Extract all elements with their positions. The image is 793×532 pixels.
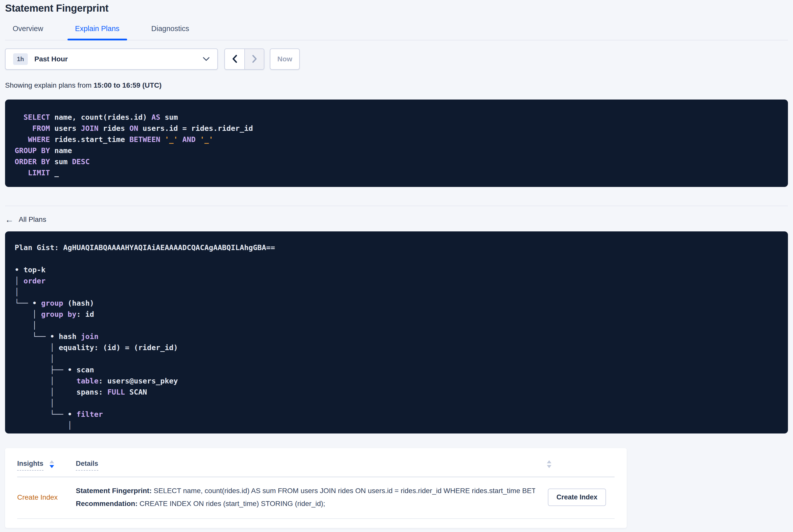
code-line: │ [15,420,778,431]
insight-details-cell: Statement Fingerprint: SELECT name, coun… [76,486,548,508]
section-divider [5,206,788,206]
create-index-button[interactable]: Create Index [548,489,606,506]
sql-statement-code: SELECT name, count(rides.id) AS sum FROM… [15,112,778,178]
showing-explain-plans-text: Showing explain plans from 15:00 to 16:5… [5,81,788,90]
time-range-label: Past Hour [34,55,68,63]
code-line: ├── • scan [15,364,778,375]
all-plans-label: All Plans [19,215,46,224]
code-line: WHERE rides.start_time BETWEEN '_' AND '… [15,134,778,145]
time-interval-select[interactable]: 1h Past Hour [5,49,218,70]
sort-desc-icon [547,465,551,468]
code-line: │ order [15,276,778,286]
insight-action-cell: Create Index [548,489,606,506]
sort-arrows-icon[interactable] [50,460,54,468]
plan-gist-panel: Plan Gist: AgHUAQIABQAAAAHYAQIAiAEAAAADC… [5,231,788,434]
plan-tree: • top-k│ order│└── • group (hash) │ grou… [15,264,778,431]
tab-overview[interactable]: Overview [5,24,51,40]
chevron-down-icon [203,57,210,61]
tab-diagnostics[interactable]: Diagnostics [144,24,197,40]
next-interval-button[interactable] [244,49,264,69]
chevron-left-icon [232,55,238,64]
previous-interval-button[interactable] [225,49,244,69]
time-range-badge: 1h [13,53,28,65]
recommendation-text: CREATE INDEX ON rides (start_time) STORI… [139,500,325,508]
column-header-insights[interactable]: Insights [17,460,76,471]
insights-table-card: Insights Details Create Index Statement … [5,448,627,528]
time-picker-row: 1h Past Hour Now [5,49,788,70]
code-line: └── • filter [15,409,778,420]
statement-fingerprint-line: Statement Fingerprint: SELECT name, coun… [76,486,535,495]
page-title: Statement Fingerprint [5,2,788,14]
tab-explain-plans[interactable]: Explain Plans [68,24,127,40]
insights-table-header: Insights Details [17,448,615,477]
code-line: • top-k [15,264,778,276]
blank-line [15,253,778,264]
code-line: │ [15,320,778,331]
fingerprint-text: SELECT name, count(rides.id) AS sum FROM… [154,487,535,495]
sort-arrows-icon[interactable] [547,460,551,468]
chevron-right-icon [252,55,257,64]
code-line: SELECT name, count(rides.id) AS sum [15,112,778,123]
code-line: │ [15,353,778,364]
recommendation-label: Recommendation: [76,500,139,508]
insight-type-link[interactable]: Create Index [17,493,76,501]
insights-header-label: Insights [17,460,43,471]
code-line: │ [15,398,778,409]
code-line: FROM users JOIN rides ON users.id = ride… [15,123,778,134]
sql-statement-panel: SELECT name, count(rides.id) AS sum FROM… [5,99,788,187]
showing-prefix: Showing explain plans from [5,81,94,89]
all-plans-link[interactable]: ← All Plans [5,215,46,224]
details-header-label: Details [76,460,98,471]
code-line: │ [15,286,778,298]
tab-bar: Overview Explain Plans Diagnostics [5,24,788,40]
arrow-left-icon: ← [5,215,14,224]
plan-gist-line: Plan Gist: AgHUAQIABQAAAAHYAQIAiAEAAAADC… [15,242,778,253]
statement-fingerprint-page: Statement Fingerprint Overview Explain P… [0,2,793,528]
now-button[interactable]: Now [270,49,300,70]
plan-gist-value: AgHUAQIABQAAAAHYAQIAiAEAAAADCQACAgAABQIL… [63,243,275,252]
table-row: Create Index Statement Fingerprint: SELE… [17,477,615,519]
plan-gist-label: Plan Gist: [15,243,63,252]
column-header-details[interactable]: Details [76,460,98,471]
fingerprint-label: Statement Fingerprint: [76,487,154,495]
code-line: │ equality: (id) = (rider_id) [15,342,778,353]
card-footer-spacer [17,519,615,528]
code-line: ORDER BY sum DESC [15,156,778,167]
code-line: │ spans: FULL SCAN [15,386,778,398]
recommendation-line: Recommendation: CREATE INDEX ON rides (s… [76,499,535,508]
showing-range: 15:00 to 16:59 (UTC) [94,81,162,89]
sort-asc-icon [50,460,54,463]
code-line: LIMIT _ [15,167,778,178]
code-line: │ group by: id [15,309,778,320]
time-nav-control [224,49,264,70]
sort-asc-icon [547,460,551,463]
code-line: └── • group (hash) [15,298,778,309]
code-line: │ table: users@users_pkey [15,375,778,386]
sort-desc-icon [50,465,54,468]
code-line: GROUP BY name [15,145,778,156]
code-line: └── • hash join [15,331,778,342]
